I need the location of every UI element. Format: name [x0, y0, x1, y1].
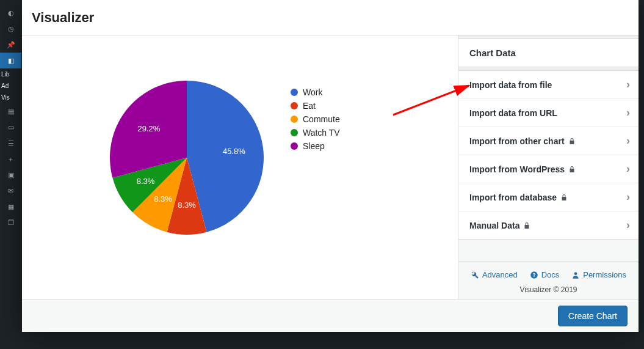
legend-swatch [291, 129, 298, 136]
slice-label: 8.3% [154, 194, 172, 204]
mail-icon[interactable]: ✉ [0, 183, 21, 199]
legend-item[interactable]: Commute [291, 112, 340, 126]
docs-link[interactable]: ? Docs [530, 270, 560, 279]
lock-icon [523, 222, 530, 229]
chart-icon[interactable]: ◧ [0, 53, 21, 68]
legend-item[interactable]: Eat [291, 99, 340, 112]
user-icon [571, 271, 580, 279]
help-icon: ? [530, 271, 538, 279]
legend-swatch [291, 116, 298, 123]
legend-label: Eat [303, 101, 316, 111]
legend-swatch [291, 102, 298, 109]
legend-label: Watch TV [303, 128, 340, 138]
chevron-right-icon: › [626, 134, 630, 147]
panel-row-label: Import from other chart [469, 136, 626, 146]
slice-label: 8.3% [178, 200, 196, 210]
footer-links: Advanced ? Docs Permissions [465, 270, 632, 279]
lock-icon [568, 138, 576, 145]
panel-row-label: Import data from URL [469, 108, 626, 118]
panel-row-3[interactable]: Import from WordPress› [458, 155, 639, 183]
panel-row-0[interactable]: Import data from file› [458, 71, 639, 98]
plus-icon[interactable]: ＋ [0, 151, 21, 167]
legend-item[interactable]: Sleep [291, 139, 340, 153]
panel-footer: Advanced ? Docs Permissions Visualizer ©… [458, 261, 639, 299]
panel-row-4[interactable]: Import from database› [458, 183, 639, 211]
wp-admin-sidebar: ◐ ◷ 📌 ◧ Lib Ad Vis ▤ ▭ ☰ ＋ ▣ ✉ ▦ ❒ [0, 0, 21, 349]
chevron-right-icon: › [626, 219, 630, 232]
panel-row-2[interactable]: Import from other chart› [458, 127, 639, 155]
panel-list: Import data from file›Import data from U… [458, 71, 639, 240]
svg-point-3 [574, 272, 577, 275]
legend-label: Sleep [303, 141, 325, 151]
form-icon[interactable]: ☰ [0, 135, 21, 151]
slice-label: 45.8% [223, 147, 245, 156]
panel-row-label: Import data from file [469, 80, 626, 90]
sidebar-text[interactable]: Ad [0, 80, 21, 92]
legend-item[interactable]: Watch TV [291, 126, 340, 139]
panel-row-5[interactable]: Manual Data› [458, 211, 639, 239]
panel-row-label: Import from database [469, 193, 626, 202]
legend-label: Work [303, 87, 322, 97]
copyright: Visualizer © 2019 [465, 285, 632, 294]
slice-label: 8.3% [137, 177, 155, 186]
permissions-link[interactable]: Permissions [571, 270, 626, 279]
panel-title: Chart Data [458, 39, 639, 67]
legend-swatch [291, 89, 298, 96]
advanced-label: Advanced [482, 270, 518, 279]
chevron-right-icon: › [626, 163, 630, 175]
panel-row-1[interactable]: Import data from URL› [458, 98, 639, 127]
modal-title: Visualizer [32, 10, 94, 26]
advanced-link[interactable]: Advanced [471, 270, 518, 279]
side-panel: Chart Data Import data from file›Import … [458, 35, 639, 299]
dashboard-icon[interactable]: ◐ [0, 5, 21, 21]
svg-line-0 [393, 86, 469, 115]
pin-icon[interactable]: 📌 [0, 37, 21, 53]
legend-item[interactable]: Work [291, 86, 340, 99]
legend-label: Commute [303, 114, 340, 124]
box-icon[interactable]: ▣ [0, 167, 21, 183]
chevron-right-icon: › [626, 191, 630, 204]
lock-icon [560, 194, 568, 201]
sidebar-text[interactable]: Vis [0, 92, 21, 103]
slice-label: 29.2% [137, 124, 160, 133]
panel-row-label: Import from WordPress [469, 164, 626, 174]
visualizer-modal: Visualizer 45.8%8.3%8.3%8.3%29.2% WorkEa… [22, 0, 639, 332]
wrench-icon [471, 271, 479, 279]
chevron-right-icon: › [626, 78, 630, 91]
modal-body: 45.8%8.3%8.3%8.3%29.2% WorkEatCommuteWat… [22, 35, 639, 299]
panel-row-label: Manual Data [469, 221, 626, 230]
woo-icon[interactable]: ▦ [0, 199, 21, 215]
svg-text:?: ? [532, 272, 535, 277]
chart-canvas: 45.8%8.3%8.3%8.3%29.2% WorkEatCommuteWat… [22, 35, 458, 299]
legend-swatch [291, 142, 298, 150]
chevron-right-icon: › [626, 106, 630, 119]
comment-icon[interactable]: ▭ [0, 119, 21, 135]
pie-chart: 45.8%8.3%8.3%8.3%29.2% [107, 78, 266, 240]
docs-label: Docs [541, 270, 560, 279]
sidebar-text[interactable]: Lib [0, 68, 21, 80]
page-icon[interactable]: ▤ [0, 103, 21, 119]
chart-legend: WorkEatCommuteWatch TVSleep [291, 86, 340, 153]
cube-icon[interactable]: ❒ [0, 215, 21, 230]
lock-icon [568, 166, 576, 173]
modal-footer: Create Chart [22, 299, 639, 332]
permissions-label: Permissions [583, 270, 626, 279]
clock-icon[interactable]: ◷ [0, 21, 21, 37]
create-chart-button[interactable]: Create Chart [558, 306, 628, 326]
modal-header: Visualizer [22, 0, 639, 35]
